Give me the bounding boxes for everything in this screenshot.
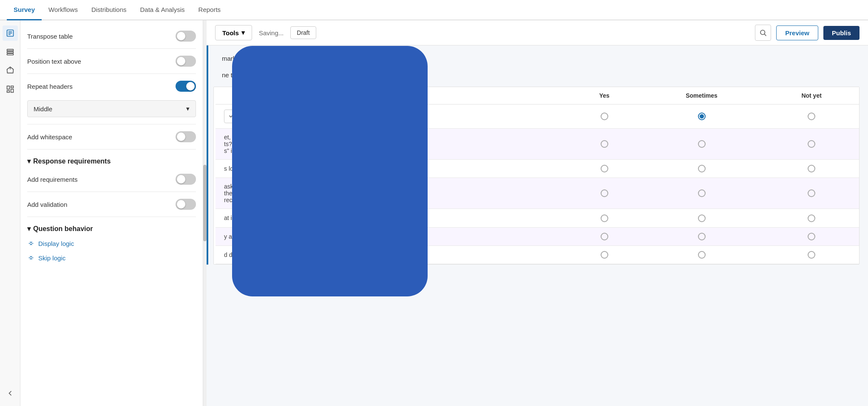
content-toolbar: Tools ▾ Saving... Draft Preview Publis [207, 20, 868, 45]
position-text-above-toggle[interactable] [176, 56, 196, 67]
table-cell-not-yet-4[interactable] [764, 178, 859, 209]
radio-yes-4[interactable] [601, 189, 608, 197]
radio-sometimes-1[interactable] [698, 113, 706, 120]
preview-button[interactable]: Preview [776, 25, 818, 40]
divider-5 [27, 192, 196, 192]
radio-sometimes-5[interactable] [698, 214, 706, 222]
table-cell-yes-7[interactable] [570, 245, 639, 264]
response-requirements-section[interactable]: ▾ Response requirements [27, 151, 196, 169]
sidebar-collapse-icon[interactable] [3, 386, 18, 401]
radio-sometimes-7[interactable] [698, 251, 706, 259]
options-panel: Transpose table Position text above Repe… [20, 20, 203, 406]
add-requirements-row: Add requirements [27, 169, 196, 190]
radio-yes-1[interactable] [601, 113, 608, 120]
alignment-dropdown-row: Middle ▾ [27, 97, 196, 122]
table-cell-sometimes-2[interactable] [639, 129, 764, 160]
repeat-headers-toggle[interactable] [176, 81, 196, 92]
radio-not-yet-5[interactable] [808, 214, 815, 222]
table-cell-sometimes-5[interactable] [639, 209, 764, 227]
radio-not-yet-2[interactable] [808, 140, 815, 148]
add-validation-track [176, 199, 196, 210]
response-requirements-arrow: ▾ [27, 157, 31, 165]
radio-sometimes-3[interactable] [698, 165, 706, 172]
sidebar-icon-data[interactable] [3, 82, 18, 97]
table-cell-yes-5[interactable] [570, 209, 639, 227]
radio-yes-6[interactable] [601, 233, 608, 240]
radio-not-yet-7[interactable] [808, 251, 815, 259]
table-cell-sometimes-3[interactable] [639, 160, 764, 178]
table-cell-yes-3[interactable] [570, 160, 639, 178]
transpose-table-toggle[interactable] [176, 31, 196, 42]
radio-not-yet-3[interactable] [808, 165, 815, 172]
alignment-dropdown[interactable]: Middle ▾ [27, 100, 196, 117]
question-behavior-arrow: ▾ [27, 225, 31, 233]
sidebar-icon-survey[interactable] [3, 25, 18, 41]
add-requirements-label: Add requirements [27, 176, 77, 183]
divider-2 [27, 73, 196, 74]
transpose-table-row: Transpose table [27, 25, 196, 47]
draft-badge[interactable]: Draft [290, 26, 316, 39]
table-cell-yes-6[interactable] [570, 227, 639, 245]
radio-yes-7[interactable] [601, 251, 608, 259]
sidebar-icon-brush[interactable] [3, 63, 18, 78]
divider-1 [27, 48, 196, 49]
nav-workflows[interactable]: Workflows [42, 0, 85, 20]
radio-not-yet-6[interactable] [808, 233, 815, 240]
display-logic-label: Display logic [38, 240, 74, 247]
transpose-table-thumb [177, 32, 185, 40]
left-border-highlight [207, 45, 208, 265]
add-requirements-toggle[interactable] [176, 174, 196, 185]
nav-survey[interactable]: Survey [7, 0, 42, 20]
table-cell-not-yet-6[interactable] [764, 227, 859, 245]
radio-yes-5[interactable] [601, 214, 608, 222]
question-behavior-label: Question behavior [33, 225, 93, 233]
table-cell-sometimes-6[interactable] [639, 227, 764, 245]
scroll-thumb[interactable] [203, 165, 207, 241]
add-validation-thumb [177, 200, 185, 209]
table-cell-sometimes-7[interactable] [639, 245, 764, 264]
table-cell-not-yet-5[interactable] [764, 209, 859, 227]
table-cell-sometimes-4[interactable] [639, 178, 764, 209]
add-validation-row: Add validation [27, 194, 196, 215]
radio-yes-3[interactable] [601, 165, 608, 172]
nav-data-analysis[interactable]: Data & Analysis [133, 0, 191, 20]
display-logic-icon [27, 240, 35, 247]
tools-chevron-icon: ▾ [241, 29, 245, 37]
table-cell-yes-1[interactable] [570, 104, 639, 129]
add-whitespace-thumb [177, 133, 185, 141]
nav-distributions[interactable]: Distributions [85, 0, 133, 20]
tools-button[interactable]: Tools ▾ [215, 25, 252, 40]
add-whitespace-toggle[interactable] [176, 131, 196, 142]
table-cell-not-yet-1[interactable] [764, 104, 859, 129]
search-button[interactable] [755, 25, 771, 41]
svg-rect-8 [7, 86, 9, 90]
radio-sometimes-6[interactable] [698, 233, 706, 240]
alignment-chevron-icon: ▾ [186, 105, 190, 113]
svg-point-12 [760, 30, 765, 35]
radio-not-yet-1[interactable] [808, 113, 815, 120]
table-cell-yes-4[interactable] [570, 178, 639, 209]
question-behavior-section[interactable]: ▾ Question behavior [27, 219, 196, 236]
radio-sometimes-4[interactable] [698, 189, 706, 197]
svg-rect-10 [11, 89, 13, 93]
add-validation-toggle[interactable] [176, 199, 196, 210]
nav-reports[interactable]: Reports [192, 0, 228, 20]
display-logic-link[interactable]: Display logic [27, 236, 196, 251]
skip-logic-link[interactable]: Skip logic [27, 251, 196, 265]
radio-not-yet-4[interactable] [808, 189, 815, 197]
sidebar-icon-layers[interactable] [3, 44, 18, 59]
table-cell-not-yet-2[interactable] [764, 129, 859, 160]
repeat-headers-thumb [186, 82, 195, 90]
response-requirements-label: Response requirements [33, 158, 111, 165]
add-whitespace-label: Add whitespace [27, 133, 72, 141]
svg-rect-11 [7, 90, 9, 92]
radio-sometimes-2[interactable] [698, 140, 706, 148]
toolbar-left: Tools ▾ Saving... Draft [215, 25, 316, 40]
table-cell-sometimes-1[interactable] [639, 104, 764, 129]
table-cell-yes-2[interactable] [570, 129, 639, 160]
table-cell-not-yet-7[interactable] [764, 245, 859, 264]
radio-yes-2[interactable] [601, 140, 608, 148]
add-validation-label: Add validation [27, 201, 67, 208]
publish-button[interactable]: Publis [823, 26, 859, 40]
table-cell-not-yet-3[interactable] [764, 160, 859, 178]
